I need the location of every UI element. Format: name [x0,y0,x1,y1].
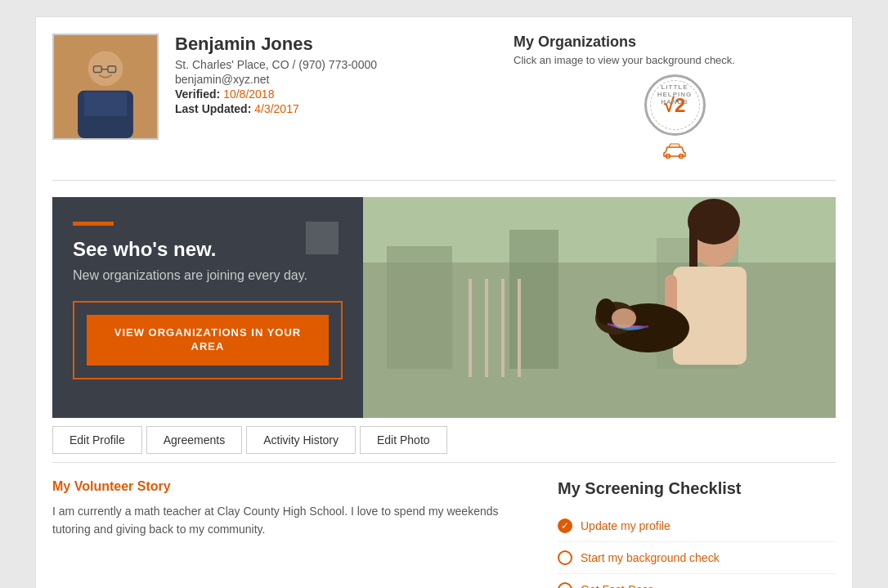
check-circle-filled: ✓ [558,518,572,533]
checklist-title: My Screening Checklist [558,479,836,498]
org-title: My Organizations [514,34,836,51]
banner-title: See who's new. [73,238,343,262]
svg-rect-15 [469,279,472,377]
tab-bar: Edit Profile Agreements Activity History… [52,418,836,463]
checklist-link-background-check[interactable]: Start my background check [581,551,720,564]
badge-text: LITTLE HELPING HANDS [647,83,703,105]
avatar [54,35,157,138]
volunteer-story-title: My Volunteer Story [52,479,533,494]
banner-square [306,222,339,254]
svg-rect-18 [518,279,521,377]
profile-email: benjamin@xyz.net [175,73,497,86]
svg-point-27 [612,308,636,328]
profile-updated: Last Updated: 4/3/2017 [175,102,497,115]
org-badge: LITTLE HELPING HANDS √2 [514,74,836,164]
verified-date: 10/8/2018 [223,88,274,101]
verified-label: Verified: [175,88,220,101]
edit-photo-tab[interactable]: Edit Photo [360,426,447,454]
banner-accent [73,222,114,226]
agreements-tab[interactable]: Agreements [146,426,242,454]
profile-verified: Verified: 10/8/2018 [175,88,497,101]
page-wrapper: Benjamin Jones St. Charles' Place, CO / … [35,16,853,588]
checklist-item-update-profile: ✓ Update my profile [558,510,836,542]
updated-date: 4/3/2017 [254,102,299,115]
banner-left: See who's new. New organizations are joi… [52,197,363,418]
banner-subtitle: New organizations are joining every day. [73,267,343,285]
car-icon [662,142,687,164]
checklist-item-fast-pass: Get Fast-Pass [558,574,836,588]
profile-name: Benjamin Jones [175,34,497,55]
check-circle-empty-bg [558,550,572,565]
svg-rect-22 [673,267,747,365]
profile-info: Benjamin Jones St. Charles' Place, CO / … [175,34,497,164]
svg-rect-12 [387,246,452,369]
check-circle-empty-fp [558,582,572,588]
checklist-link-update-profile[interactable]: Update my profile [581,519,670,532]
view-organizations-button[interactable]: VIEW ORGANIZATIONS IN YOUR AREA [87,315,329,366]
banner-box: VIEW ORGANIZATIONS IN YOUR AREA [73,301,343,379]
top-section: Benjamin Jones St. Charles' Place, CO / … [52,34,836,181]
banner-right [363,197,836,418]
banner: See who's new. New organizations are joi… [52,197,836,418]
volunteer-story-text: I am currently a math teacher at Clay Co… [52,502,533,539]
svg-rect-16 [485,279,488,377]
org-section: My Organizations Click an image to view … [514,34,836,164]
svg-rect-13 [509,230,558,369]
edit-profile-tab[interactable]: Edit Profile [52,426,142,454]
profile-photo [52,34,159,140]
svg-rect-4 [84,92,127,116]
org-subtitle: Click an image to view your background c… [514,54,836,66]
svg-rect-17 [501,279,505,377]
profile-location: St. Charles' Place, CO / (970) 773-0000 [175,58,497,71]
left-content: My Volunteer Story I am currently a math… [52,479,533,588]
right-content: My Screening Checklist ✓ Update my profi… [558,479,836,588]
activity-history-tab[interactable]: Activity History [246,426,356,454]
checklist-item-background-check: Start my background check [558,542,836,574]
main-content: My Volunteer Story I am currently a math… [52,479,836,588]
checklist-link-fast-pass[interactable]: Get Fast-Pass [581,583,653,588]
org-badge-circle[interactable]: LITTLE HELPING HANDS √2 [644,74,706,136]
updated-label: Last Updated: [175,102,251,115]
